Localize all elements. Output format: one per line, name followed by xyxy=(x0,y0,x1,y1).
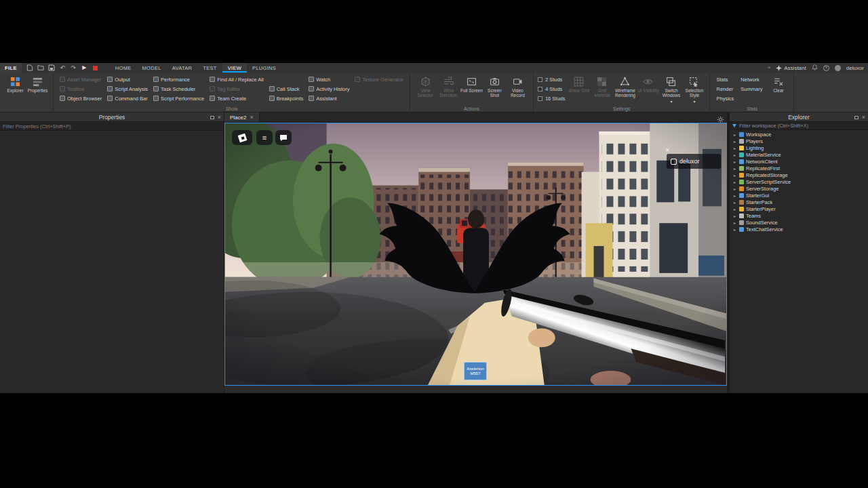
properties-panel-header[interactable]: Properties × xyxy=(0,113,224,122)
show-item-script-analysis[interactable]: Script Analysis xyxy=(105,84,150,94)
explorer-item-materialservice[interactable]: ▸MaterialService xyxy=(730,151,868,158)
player-card-close-icon[interactable]: × xyxy=(665,146,669,154)
new-file-icon[interactable] xyxy=(26,64,34,72)
chat-button[interactable] xyxy=(275,130,292,145)
full-screen-button[interactable]: Full Screen xyxy=(460,75,483,104)
redo-icon[interactable]: ↷ xyxy=(70,64,77,72)
menu-tab-model[interactable]: MODEL xyxy=(137,63,167,73)
expand-arrow-icon[interactable]: ▸ xyxy=(734,152,737,157)
show-item-object-browser[interactable]: Object Browser xyxy=(58,94,104,103)
stud-option-2-studs[interactable]: 2 Studs xyxy=(538,75,566,84)
notifications-bell-icon[interactable] xyxy=(812,64,818,72)
menu-tab-home[interactable]: HOME xyxy=(110,63,137,73)
expand-arrow-icon[interactable]: ▸ xyxy=(734,173,737,178)
close-icon[interactable]: × xyxy=(862,115,865,121)
screen-shot-button[interactable]: Screen Shot xyxy=(484,75,506,104)
tab-place2[interactable]: Place2 × xyxy=(224,113,260,122)
menu-tab-plugins[interactable]: PLUGINS xyxy=(247,63,281,73)
menu-tab-view[interactable]: VIEW xyxy=(222,63,247,73)
expand-arrow-icon[interactable]: ▸ xyxy=(734,200,737,205)
stat-toggle-summary[interactable]: Summary xyxy=(738,84,764,94)
expand-arrow-icon[interactable]: ▸ xyxy=(734,139,737,144)
collapse-ribbon-icon[interactable]: ^ xyxy=(768,65,771,71)
viewport-settings-gear-icon[interactable] xyxy=(717,114,724,121)
explorer-item-replicatedfirst[interactable]: ▸ReplicatedFirst xyxy=(730,165,868,171)
stat-toggle-stats[interactable]: Stats xyxy=(714,75,736,84)
video-record-button[interactable]: Video Record xyxy=(507,75,529,104)
show-item-command-bar[interactable]: Command Bar xyxy=(105,94,150,103)
show-item-watch[interactable]: Watch xyxy=(307,75,351,84)
show-item-script-performance[interactable]: Script Performance xyxy=(151,94,206,103)
menu-tab-avatar[interactable]: AVATAR xyxy=(167,63,198,73)
selection-style-button[interactable]: Selection Style▾ xyxy=(683,75,705,104)
explorer-item-starterpack[interactable]: ▸StarterPack xyxy=(730,199,868,205)
clear-stats-button[interactable]: Clear xyxy=(767,75,789,104)
expand-arrow-icon[interactable]: ▸ xyxy=(734,193,737,198)
show-item-team-create[interactable]: Team Create xyxy=(208,94,265,103)
show-item-performance[interactable]: Performance xyxy=(151,75,206,84)
stud-option-16-studs[interactable]: 16 Studs xyxy=(538,94,566,103)
user-avatar[interactable] xyxy=(835,65,841,71)
explorer-item-serverstorage[interactable]: ▸ServerStorage xyxy=(730,185,868,192)
explorer-item-starterplayer[interactable]: ▸StarterPlayer xyxy=(730,205,868,212)
game-viewport[interactable]: ≡ × deluxor Axelerton M557 xyxy=(224,123,727,386)
explorer-item-soundservice[interactable]: ▸SoundService xyxy=(730,219,868,226)
stud-option-4-studs[interactable]: 4 Studs xyxy=(538,84,566,94)
tab-close-icon[interactable]: × xyxy=(250,115,253,121)
expand-arrow-icon[interactable]: ▸ xyxy=(734,132,737,137)
stat-toggle-physics[interactable]: Physics xyxy=(714,94,736,103)
popout-icon[interactable] xyxy=(854,116,859,119)
explorer-item-lighting[interactable]: ▸Lighting xyxy=(730,144,868,151)
close-icon[interactable]: × xyxy=(218,115,221,121)
show-item-task-scheduler[interactable]: Task Scheduler xyxy=(151,84,206,94)
expand-arrow-icon[interactable]: ▸ xyxy=(734,159,737,164)
show-item-label: Task Scheduler xyxy=(161,86,195,92)
show-item-toolbox: Toolbox xyxy=(58,84,104,94)
expand-arrow-icon[interactable]: ▸ xyxy=(734,146,737,150)
player-card[interactable]: deluxor xyxy=(667,154,721,169)
show-item-breakpoints[interactable]: Breakpoints xyxy=(267,94,306,103)
explorer-item-startergui[interactable]: ▸StarterGui xyxy=(730,192,868,199)
settings-buttons: Show GridGrid MaterialWireframe Renderin… xyxy=(568,75,705,104)
menu-tab-test[interactable]: TEST xyxy=(197,63,222,73)
explorer-item-networkclient[interactable]: ▸NetworkClient xyxy=(730,158,868,165)
expand-arrow-icon[interactable]: ▸ xyxy=(734,227,737,232)
expand-arrow-icon[interactable]: ▸ xyxy=(734,186,737,191)
show-item-call-stack[interactable]: Call Stack xyxy=(267,84,306,94)
roblox-menu-button[interactable] xyxy=(232,130,252,145)
expand-arrow-icon[interactable]: ▸ xyxy=(734,220,737,225)
save-icon[interactable] xyxy=(48,64,56,72)
expand-arrow-icon[interactable]: ▸ xyxy=(734,214,737,218)
explorer-toggle-button[interactable]: Explorer xyxy=(4,75,26,104)
properties-toggle-button[interactable]: Properties xyxy=(26,75,49,104)
help-icon[interactable]: ? xyxy=(823,65,829,71)
show-item-find-all-replace-all[interactable]: Find All / Replace All xyxy=(208,75,265,84)
record-icon[interactable] xyxy=(92,64,99,72)
show-item-assistant[interactable]: Assistant xyxy=(307,94,351,103)
explorer-item-serverscriptservice[interactable]: ▸ServerScriptService xyxy=(730,178,868,185)
assistant-button[interactable]: Assistant xyxy=(776,65,806,71)
wireframe-rendering-button[interactable]: Wireframe Rendering xyxy=(614,75,636,104)
explorer-item-teams[interactable]: ▸Teams xyxy=(730,212,868,219)
leaderboard-menu-button[interactable]: ≡ xyxy=(256,130,273,145)
explorer-item-textchatservice[interactable]: ▸TextChatService xyxy=(730,226,868,232)
expand-arrow-icon[interactable]: ▸ xyxy=(734,166,737,171)
explorer-filter-input[interactable]: Filter workspace (Ctrl+Shift+X) xyxy=(730,122,868,130)
explorer-item-players[interactable]: ▸Players xyxy=(730,138,868,144)
switch-windows-button[interactable]: Switch Windows▾ xyxy=(660,75,682,104)
properties-filter-input[interactable]: Filter Properties (Ctrl+Shift+P) xyxy=(0,123,224,131)
expand-arrow-icon[interactable]: ▸ xyxy=(734,207,737,211)
explorer-item-workspace[interactable]: ▸Workspace xyxy=(730,131,868,138)
show-item-activity-history[interactable]: Activity History xyxy=(307,84,351,94)
expand-arrow-icon[interactable]: ▸ xyxy=(734,180,737,184)
popout-icon[interactable] xyxy=(210,116,214,119)
explorer-panel-header[interactable]: Explorer × xyxy=(730,113,868,122)
explorer-item-replicatedstorage[interactable]: ▸ReplicatedStorage xyxy=(730,171,868,178)
show-item-output[interactable]: Output xyxy=(105,75,150,84)
stat-toggle-render[interactable]: Render xyxy=(714,84,736,94)
file-menu[interactable]: FILE xyxy=(0,63,22,73)
play-icon[interactable]: ▶ xyxy=(81,64,88,72)
stat-toggle-network[interactable]: Network xyxy=(738,75,764,84)
open-file-icon[interactable] xyxy=(37,64,45,72)
undo-icon[interactable]: ↶ xyxy=(59,64,66,72)
